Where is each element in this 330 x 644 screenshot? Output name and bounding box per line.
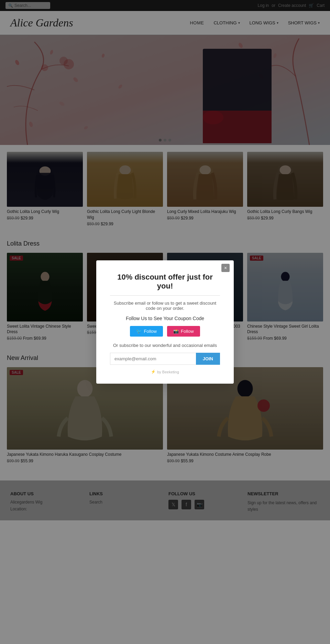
modal-email-input[interactable] xyxy=(110,353,196,365)
instagram-follow-button[interactable]: 📸 Follow xyxy=(167,326,200,337)
modal-subtitle: Subscribe email or follow us to get a sw… xyxy=(110,301,220,311)
modal-overlay: × 10% discount offer just for you! Subsc… xyxy=(0,0,330,520)
modal-close-button[interactable]: × xyxy=(221,264,230,272)
twitter-follow-label: Follow xyxy=(144,329,157,334)
twitter-follow-button[interactable]: 🐦 Follow xyxy=(130,326,163,337)
modal-follow-row: 🐦 Follow 📸 Follow xyxy=(110,326,220,337)
beeketing-logo-icon: ⚡ xyxy=(151,370,156,374)
instagram-follow-label: Follow xyxy=(181,329,194,334)
modal-or-text: Or subscribe to our wonderful and occasi… xyxy=(110,343,220,348)
twitter-icon: 🐦 xyxy=(136,329,142,334)
instagram-icon: 📸 xyxy=(173,329,179,334)
modal-powered-by: ⚡ by Beeketing xyxy=(110,370,220,374)
modal-coupon-label: Follow Us to See Your Coupon Code xyxy=(110,316,220,321)
discount-modal: × 10% discount offer just for you! Subsc… xyxy=(96,260,234,384)
modal-email-row: JOIN xyxy=(110,353,220,365)
modal-title: 10% discount offer just for you! xyxy=(110,273,220,291)
modal-divider xyxy=(110,295,220,296)
modal-join-button[interactable]: JOIN xyxy=(196,353,220,365)
